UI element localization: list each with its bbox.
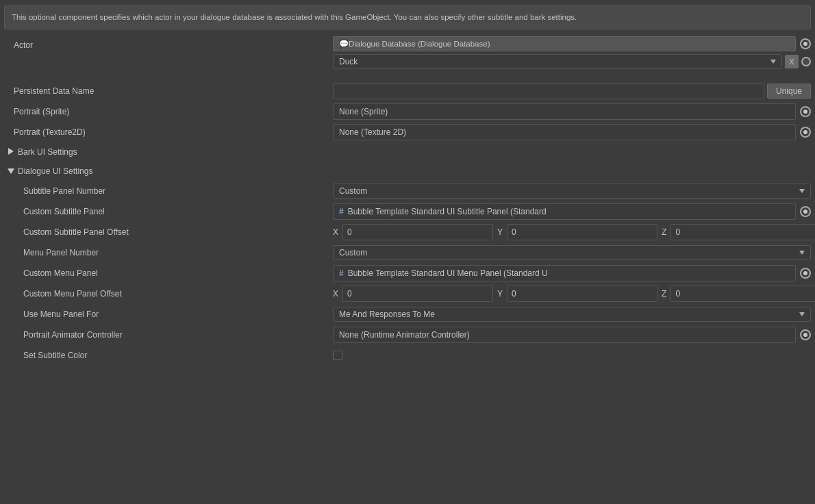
offset-x-label-1: X (333, 227, 338, 237)
portrait-animator-row: Portrait Animator Controller None (Runti… (4, 325, 811, 344)
persistent-data-name-input[interactable] (333, 83, 764, 99)
actor-db-text: 💬Dialogue Database (Dialogue Database) (339, 39, 490, 49)
actor-bottom-row: Duck X (333, 54, 811, 69)
actor-db-field: 💬Dialogue Database (Dialogue Database) (333, 36, 796, 51)
use-menu-panel-for-select[interactable]: Me And Responses To Me (333, 307, 811, 322)
actor-top-row: 💬Dialogue Database (Dialogue Database) (333, 36, 811, 51)
custom-subtitle-panel-offset-label: Custom Subtitle Panel Offset (4, 227, 333, 237)
actor-row: Actor 💬Dialogue Database (Dialogue Datab… (4, 36, 811, 77)
offset-x-label-2: X (333, 289, 338, 299)
persistent-data-name-label: Persistent Data Name (4, 86, 333, 96)
portrait-sprite-target-icon[interactable] (800, 106, 811, 117)
chevron-down-icon-3 (799, 251, 805, 255)
offset-y-input-1[interactable] (507, 224, 657, 240)
offset-z-input-2[interactable] (670, 286, 815, 302)
dialogue-ui-label: Dialogue UI Settings (18, 166, 92, 176)
actor-select-value: Duck (339, 57, 358, 66)
dialogue-ui-triangle[interactable] (7, 167, 15, 175)
portrait-animator-target-icon[interactable] (800, 329, 811, 340)
use-menu-panel-for-value: Me And Responses To Me (333, 307, 811, 322)
bark-ui-section[interactable]: Bark UI Settings (4, 143, 811, 161)
portrait-texture-value: None (Texture 2D) (333, 124, 811, 140)
custom-subtitle-panel-value: # Bubble Template Standard UI Subtitle P… (333, 203, 811, 220)
subtitle-panel-number-select[interactable]: Custom (333, 184, 811, 199)
persistent-data-name-value: Unique (333, 83, 811, 99)
menu-panel-number-row: Menu Panel Number Custom (4, 243, 811, 262)
offset-z-label-2: Z (662, 289, 666, 299)
actor-radio-icon[interactable] (801, 57, 811, 66)
portrait-sprite-field: None (Sprite) (333, 103, 796, 120)
custom-menu-panel-offset-row: Custom Menu Panel Offset X Y Z (4, 284, 811, 303)
menu-panel-number-value: Custom (333, 245, 811, 260)
actor-label: Actor (4, 36, 333, 50)
chevron-down-icon (770, 60, 776, 64)
custom-subtitle-panel-text: Bubble Template Standard UI Subtitle Pan… (348, 207, 547, 216)
custom-subtitle-panel-row: Custom Subtitle Panel # Bubble Template … (4, 202, 811, 221)
offset-x-input-1[interactable] (342, 224, 493, 240)
custom-menu-panel-label: Custom Menu Panel (4, 268, 333, 278)
custom-menu-panel-offset-value: X Y Z (333, 286, 815, 302)
portrait-animator-value: None (Runtime Animator Controller) (333, 327, 811, 343)
actor-select[interactable]: Duck (333, 54, 782, 69)
offset-y-label-2: Y (497, 289, 503, 299)
chevron-down-icon-2 (799, 189, 805, 193)
set-subtitle-color-checkbox[interactable] (333, 351, 342, 360)
portrait-texture-target-icon[interactable] (800, 127, 811, 138)
use-menu-panel-for-label: Use Menu Panel For (4, 310, 333, 319)
menu-panel-number-select[interactable]: Custom (333, 245, 811, 260)
offset-x-input-2[interactable] (342, 286, 493, 302)
portrait-animator-text: None (Runtime Animator Controller) (339, 330, 470, 340)
use-menu-panel-for-text: Me And Responses To Me (339, 310, 435, 319)
custom-menu-panel-offset-label: Custom Menu Panel Offset (4, 289, 333, 299)
portrait-sprite-row: Portrait (Sprite) None (Sprite) (4, 102, 811, 121)
info-text: This optional component specifies which … (12, 13, 577, 21)
chevron-down-icon-4 (799, 312, 805, 316)
main-panel: This optional component specifies which … (0, 0, 815, 372)
custom-menu-panel-target-icon[interactable] (800, 268, 811, 279)
portrait-texture-label: Portrait (Texture2D) (4, 127, 333, 137)
actor-value: 💬Dialogue Database (Dialogue Database) D… (333, 36, 811, 69)
portrait-animator-field: None (Runtime Animator Controller) (333, 327, 796, 343)
subtitle-panel-number-label: Subtitle Panel Number (4, 186, 333, 196)
custom-menu-panel-text: Bubble Template Standard UI Menu Panel (… (348, 268, 548, 278)
custom-subtitle-panel-offset-row: Custom Subtitle Panel Offset X Y Z (4, 223, 811, 242)
set-subtitle-color-label: Set Subtitle Color (4, 351, 333, 360)
offset-y-label-1: Y (497, 227, 503, 237)
portrait-texture-text: None (Texture 2D) (339, 127, 406, 137)
portrait-sprite-value: None (Sprite) (333, 103, 811, 120)
custom-subtitle-panel-field: # Bubble Template Standard UI Subtitle P… (333, 203, 796, 220)
bark-ui-label: Bark UI Settings (18, 147, 77, 157)
dialogue-ui-section[interactable]: Dialogue UI Settings (4, 162, 811, 180)
subtitle-panel-number-text: Custom (339, 186, 367, 196)
persistent-data-name-row: Persistent Data Name Unique (4, 81, 811, 101)
custom-menu-panel-row: Custom Menu Panel # Bubble Template Stan… (4, 264, 811, 283)
offset-y-input-2[interactable] (507, 286, 657, 302)
offset-z-label-1: Z (662, 227, 666, 237)
menu-panel-number-label: Menu Panel Number (4, 248, 333, 257)
custom-subtitle-panel-offset-value: X Y Z (333, 224, 815, 240)
custom-subtitle-panel-label: Custom Subtitle Panel (4, 207, 333, 216)
custom-subtitle-panel-target-icon[interactable] (800, 206, 811, 217)
info-box: This optional component specifies which … (4, 5, 811, 29)
custom-menu-panel-value: # Bubble Template Standard UI Menu Panel… (333, 265, 811, 281)
hash-icon-1: # (339, 207, 344, 216)
subtitle-panel-number-row: Subtitle Panel Number Custom (4, 181, 811, 201)
menu-panel-number-text: Custom (339, 248, 367, 257)
actor-clear-button[interactable]: X (785, 55, 799, 68)
triangle-right-icon (8, 147, 14, 157)
actor-target-icon[interactable] (800, 38, 811, 49)
subtitle-panel-number-value: Custom (333, 184, 811, 199)
portrait-sprite-text: None (Sprite) (339, 107, 388, 116)
portrait-animator-label: Portrait Animator Controller (4, 330, 333, 340)
unique-button[interactable]: Unique (767, 84, 811, 99)
hash-icon-2: # (339, 268, 344, 278)
custom-menu-panel-field: # Bubble Template Standard UI Menu Panel… (333, 265, 796, 281)
use-menu-panel-for-row: Use Menu Panel For Me And Responses To M… (4, 305, 811, 324)
triangle-down-icon (8, 166, 14, 176)
portrait-texture-field: None (Texture 2D) (333, 124, 796, 140)
set-subtitle-color-value (333, 351, 811, 360)
set-subtitle-color-row: Set Subtitle Color (4, 346, 811, 365)
portrait-texture-row: Portrait (Texture2D) None (Texture 2D) (4, 123, 811, 142)
offset-z-input-1[interactable] (670, 224, 815, 240)
bark-ui-triangle[interactable] (7, 148, 15, 156)
